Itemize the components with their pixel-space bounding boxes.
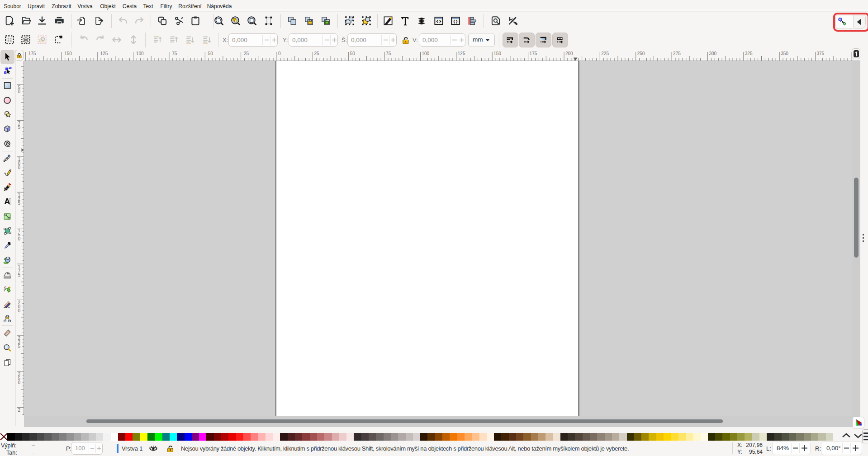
svg-text:250: 250 (637, 51, 645, 56)
svg-text:300: 300 (709, 51, 716, 56)
svg-text:125: 125 (458, 51, 465, 56)
svg-text:-100: -100 (135, 51, 144, 56)
svg-text:-125: -125 (99, 51, 108, 56)
svg-text:0: 0 (18, 89, 21, 94)
svg-text:0: 0 (18, 165, 21, 170)
svg-text:-50: -50 (206, 51, 213, 56)
svg-text:50: 50 (350, 51, 356, 56)
svg-text:275: 275 (673, 51, 681, 56)
svg-text:225: 225 (601, 51, 609, 56)
svg-text:0: 0 (18, 236, 21, 241)
svg-text:5: 5 (18, 125, 21, 130)
svg-text:325: 325 (745, 51, 753, 56)
svg-text:100: 100 (422, 51, 430, 56)
svg-text:5: 5 (18, 201, 21, 206)
svg-text:25: 25 (314, 51, 319, 56)
svg-text:375: 375 (817, 51, 825, 56)
svg-text:5: 5 (18, 344, 21, 349)
svg-text:0: 0 (18, 380, 21, 385)
svg-text:-25: -25 (242, 51, 249, 56)
svg-text:350: 350 (781, 51, 788, 56)
svg-text:75: 75 (386, 51, 391, 56)
svg-text:150: 150 (493, 51, 501, 56)
svg-text:0: 0 (18, 308, 21, 313)
svg-text:-75: -75 (171, 51, 177, 56)
svg-text:200: 200 (565, 51, 573, 56)
svg-text:-175: -175 (27, 51, 36, 56)
svg-text:2: 2 (18, 408, 21, 413)
svg-text:5: 5 (18, 273, 21, 277)
svg-text:0: 0 (278, 51, 281, 56)
svg-text:175: 175 (530, 51, 537, 56)
svg-text:-150: -150 (63, 51, 72, 56)
